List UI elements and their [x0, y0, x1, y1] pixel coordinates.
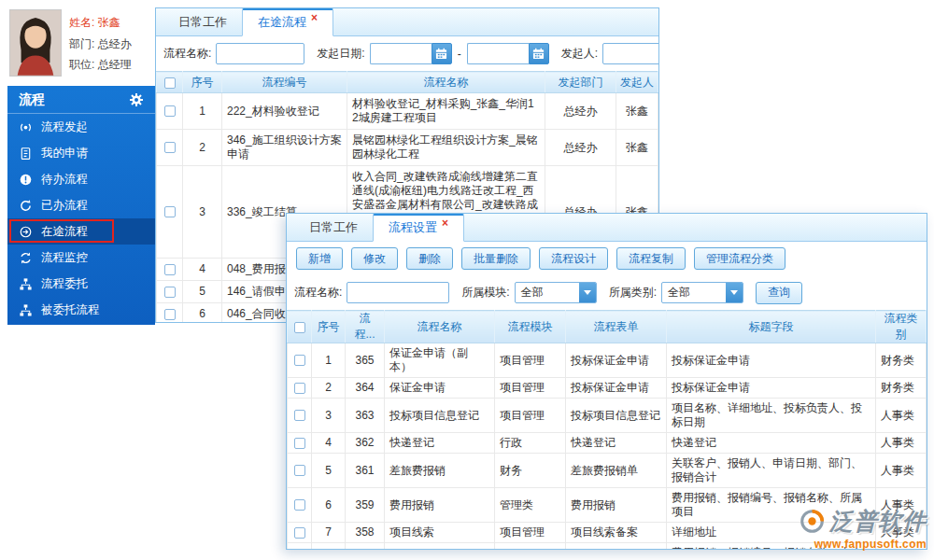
- tab-label: 流程设置: [389, 220, 437, 234]
- table-row[interactable]: 4 362 快递登记 行政 快递登记 快递登记 人事类: [288, 433, 927, 454]
- process-name-input[interactable]: [216, 43, 304, 64]
- user-position-line: 职位: 总经理: [69, 57, 132, 73]
- w2-tab-process-settings[interactable]: 流程设置×: [373, 214, 464, 242]
- sidebar-item-process-delegate[interactable]: 流程委托: [7, 271, 155, 297]
- select-all-header: [288, 311, 312, 343]
- calendar-icon: [532, 48, 545, 60]
- manage-category-button[interactable]: 管理流程分类: [694, 247, 785, 270]
- col-no: 序号: [312, 311, 346, 343]
- row-checkbox[interactable]: [294, 465, 305, 476]
- sidebar-item-transit-processes[interactable]: 在途流程: [7, 218, 155, 245]
- w2-tab-daily-work[interactable]: 日常工作: [294, 214, 373, 241]
- sidebar-item-label: 流程委托: [41, 276, 88, 292]
- sidebar-item-completed-processes[interactable]: 已办流程: [7, 192, 155, 218]
- sidebar-item-label: 在途流程: [41, 224, 88, 240]
- sidebar-item-label: 流程监控: [41, 250, 88, 266]
- cell-process-category: 财务类: [876, 343, 927, 378]
- col-title-field: 标题字段: [667, 311, 876, 343]
- row-checkbox[interactable]: [164, 206, 176, 217]
- row-checkbox[interactable]: [294, 410, 305, 421]
- date-to-input[interactable]: [467, 43, 529, 64]
- col-process-category: 流程类别: [876, 311, 927, 343]
- table-row[interactable]: 1 222_材料验收登记 材料验收登记_材料采购_张鑫_华润12城房建工程项目 …: [157, 93, 658, 130]
- row-checkbox[interactable]: [294, 383, 305, 394]
- w1-filterbar: 流程名称: 发起日期: - 发起人:: [156, 36, 658, 71]
- row-checkbox-cell: [288, 543, 312, 551]
- w1-tab-transit-process[interactable]: 在途流程×: [242, 8, 333, 36]
- sidebar-item-my-applications[interactable]: 我的申请: [7, 140, 155, 166]
- process-copy-button[interactable]: 流程复制: [616, 247, 686, 270]
- user-dept-label: 部门:: [69, 37, 94, 50]
- table-row[interactable]: 2 364 保证金申请 项目管理 投标保证金申请 投标保证金申请 财务类: [288, 378, 927, 399]
- row-checkbox-cell: [288, 433, 312, 454]
- gear-icon[interactable]: [129, 92, 144, 107]
- date-from-picker-button[interactable]: [432, 43, 452, 64]
- user-name-value: 张鑫: [98, 16, 120, 29]
- cell-process-name: 投标项目信息登记: [385, 399, 495, 433]
- cell-process-code: 364: [346, 378, 385, 399]
- date-from-input[interactable]: [370, 43, 432, 64]
- w2-process-name-input[interactable]: [347, 282, 449, 303]
- initiator-input[interactable]: [602, 43, 659, 64]
- add-button[interactable]: 新增: [296, 247, 343, 270]
- process-design-button[interactable]: 流程设计: [539, 247, 608, 270]
- table-row[interactable]: 3 363 投标项目信息登记 项目管理 投标项目信息登记 项目名称、详细地址、投…: [288, 399, 927, 433]
- cell-process-name: 保证金申请（副本）: [385, 343, 495, 378]
- module-select[interactable]: 全部: [515, 282, 597, 303]
- select-all-checkbox[interactable]: [294, 322, 305, 333]
- app-screen: 姓名: 张鑫 部门: 总经办 职位: 总经理 流程 流程发起: [0, 0, 934, 560]
- col-process-form: 流程表单: [566, 311, 667, 343]
- row-checkbox[interactable]: [164, 287, 176, 298]
- sidebar-item-pending-processes[interactable]: 待办流程: [7, 166, 155, 192]
- user-dept-line: 部门: 总经办: [69, 36, 132, 52]
- w1-tabbar: 日常工作 在途流程×: [156, 8, 658, 36]
- w1-tab-daily-work[interactable]: 日常工作: [163, 8, 242, 35]
- row-checkbox[interactable]: [294, 438, 305, 449]
- cell-process-form: 投标保证金申请: [566, 343, 667, 378]
- sidebar-item-label: 待办流程: [41, 172, 88, 188]
- row-checkbox[interactable]: [164, 142, 176, 153]
- document-icon: [19, 147, 33, 161]
- row-checkbox[interactable]: [164, 264, 176, 275]
- edit-button[interactable]: 修改: [351, 247, 398, 270]
- close-icon[interactable]: ×: [442, 217, 448, 230]
- close-icon[interactable]: ×: [311, 11, 318, 24]
- row-checkbox[interactable]: [294, 499, 305, 511]
- row-checkbox-cell: [288, 523, 312, 543]
- table-row[interactable]: 2 346_施工组织设计方案申请 晨铭园林绿化工程组织设计方案_晨铭园林绿化工程…: [157, 130, 658, 166]
- cell-title-field: 关联客户、报销人、申请日期、部门、报销合计: [667, 454, 876, 488]
- row-checkbox[interactable]: [164, 105, 176, 117]
- category-select[interactable]: 全部: [661, 282, 743, 303]
- avatar-photo-placeholder: [10, 10, 61, 76]
- row-checkbox-cell: [288, 399, 312, 433]
- cell-process-code: 363: [346, 399, 385, 433]
- table-row[interactable]: 5 361 差旅费报销 财务 差旅费报销单 关联客户、报销人、申请日期、部门、报…: [288, 454, 927, 488]
- delete-button[interactable]: 删除: [406, 247, 453, 270]
- select-all-checkbox[interactable]: [164, 77, 176, 89]
- cell-process-code: 358: [346, 523, 385, 543]
- row-checkbox[interactable]: [294, 355, 305, 366]
- w2-toolbar: 新增 修改 删除 批量删除 流程设计 流程复制 管理流程分类: [287, 242, 927, 275]
- cell-process-code: 346_施工组织设计方案申请: [222, 130, 347, 166]
- user-profile-card: 姓名: 张鑫 部门: 总经办 职位: 总经理: [9, 9, 151, 80]
- date-to-picker-button[interactable]: [529, 43, 549, 64]
- sidebar-item-process-initiate[interactable]: 流程发起: [7, 114, 155, 140]
- sidebar-item-delegated-processes[interactable]: 被委托流程: [7, 297, 155, 323]
- cell-process-name: 差旅费报销: [385, 454, 495, 488]
- cell-process-module: 行政: [495, 433, 566, 454]
- search-button[interactable]: 查询: [756, 282, 802, 304]
- alert-icon: [19, 173, 33, 187]
- col-process-name: 流程名称: [347, 72, 545, 93]
- category-select-value: 全部: [668, 285, 690, 301]
- col-process-code: 流程...: [346, 311, 385, 343]
- row-checkbox[interactable]: [164, 309, 176, 320]
- cell-process-name: 晨铭园林绿化工程组织设计方案_晨铭园林绿化工程: [347, 130, 545, 166]
- sidebar-item-process-monitor[interactable]: 流程监控: [7, 245, 155, 271]
- row-checkbox[interactable]: [294, 527, 305, 539]
- col-process-name: 流程名称: [385, 311, 495, 343]
- table-row[interactable]: 1 365 保证金申请（副本） 项目管理 投标保证金申请 投标保证金申请 财务类: [288, 343, 927, 378]
- cell-initiator: 张鑫: [616, 93, 658, 130]
- batch-delete-button[interactable]: 批量删除: [461, 247, 531, 270]
- fanpu-logo-icon: [800, 509, 825, 534]
- user-info: 姓名: 张鑫 部门: 总经办 职位: 总经理: [69, 9, 132, 80]
